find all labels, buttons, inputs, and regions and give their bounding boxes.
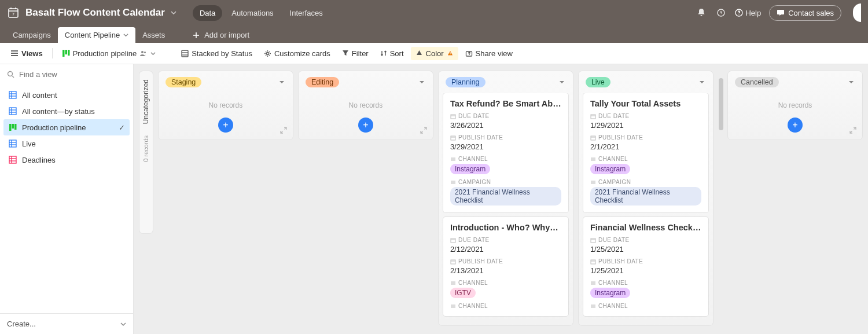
field-label-channel: CHANNEL [590,303,701,309]
sidebar-view-item[interactable]: All content [3,87,130,103]
nav-automations[interactable]: Automations [225,5,280,21]
field-label-due: DUE DATE [450,237,561,243]
nav-interfaces[interactable]: Interfaces [283,5,330,21]
sidebar-view-item[interactable]: Production pipeline✓ [3,119,130,135]
color-label: Color [426,49,444,58]
field-label-due: DUE DATE [450,113,561,119]
field-value-due: 1/29/2021 [590,121,701,130]
help-link[interactable]: Help [735,9,761,17]
uncategorized-column[interactable]: Uncategorized 0 records [139,71,153,233]
card-title: Tax Refund? Be Smart Abo... [450,99,561,108]
expand-icon[interactable] [280,127,287,134]
field-value-publish: 2/1/2021 [590,142,701,151]
svg-point-21 [266,52,269,54]
app-icon: 7 [7,6,20,19]
sort-button[interactable]: Sort [376,47,409,60]
current-view-label: Production pipeline [73,49,137,58]
svg-rect-64 [591,115,595,119]
field-label-channel: CHANNEL [590,280,701,286]
view-icon [8,123,17,132]
expand-icon[interactable] [849,127,856,134]
field-value-due: 2/12/2021 [450,245,561,254]
status-pill: Live [586,77,610,87]
tab-campaigns[interactable]: Campaigns [6,27,58,43]
field-label-publish: PUBLISH DATE [450,134,561,141]
status-pill: Editing [306,77,339,87]
view-sidebar: All contentAll content—by statusProducti… [0,64,134,334]
sidebar-view-item[interactable]: Deadlines [3,152,130,168]
svg-rect-18 [182,50,188,57]
column-menu[interactable] [418,78,426,86]
field-value-channel: Instagram [450,164,561,174]
svg-text:7: 7 [12,12,15,17]
chevron-down-icon[interactable] [171,10,176,16]
svg-rect-74 [591,238,595,243]
column-menu[interactable] [278,78,286,86]
create-view-button[interactable]: Create... [0,313,133,334]
field-value-publish: 3/29/2021 [450,142,561,151]
card-title: Introduction - Who? Why?... [450,223,561,232]
tab-content-pipeline[interactable]: Content Pipeline [58,27,135,43]
customize-cards-button[interactable]: Customize cards [259,47,335,60]
add-or-import-button[interactable]: Add or import [186,27,256,43]
no-records-label: No records [728,93,862,114]
find-view-input[interactable] [19,70,126,79]
views-toggle[interactable]: Views [6,47,47,60]
field-value-channel: Instagram [590,164,701,174]
field-value-due: 3/26/2021 [450,121,561,130]
status-pill: Staging [165,77,201,87]
add-record-button[interactable]: + [218,118,233,133]
svg-rect-44 [451,115,455,119]
people-icon [139,50,148,57]
notifications-icon[interactable] [696,7,707,19]
svg-rect-54 [451,238,455,243]
record-card[interactable]: Introduction - Who? Why?...DUE DATE2/12/… [443,217,568,316]
search-icon [7,71,14,78]
record-card[interactable]: Tally Your Total AssetsDUE DATE1/29/2021… [583,93,708,212]
contact-label: Contact sales [788,9,834,17]
tab-more[interactable] [172,30,186,43]
current-view-picker[interactable]: Production pipeline [57,47,161,60]
record-card[interactable]: Financial Wellness Checklis...DUE DATE1/… [583,217,708,316]
board-scrollbar[interactable] [719,78,722,327]
add-record-button[interactable]: + [788,118,803,133]
stacked-by-button[interactable]: Stacked by Status [176,47,257,60]
expand-icon[interactable] [420,127,427,134]
kanban-column: StagingNo records+ [159,71,293,140]
svg-rect-66 [591,136,595,140]
add-label: Add or import [204,31,249,39]
column-menu[interactable] [847,78,855,86]
avatar[interactable] [853,3,861,22]
column-menu[interactable] [558,78,566,86]
filter-button[interactable]: Filter [337,47,373,60]
history-icon[interactable] [715,7,727,19]
tab-assets[interactable]: Assets [135,27,172,43]
contact-sales-button[interactable]: Contact sales [769,5,841,21]
share-label: Share view [476,49,513,58]
column-footer: + [728,114,862,140]
svg-point-17 [144,52,146,53]
column-header: Planning [439,71,573,93]
view-toolbar: Views Production pipeline Stacked by Sta… [0,43,868,64]
view-label: Live [22,140,36,148]
create-label: Create... [7,320,36,328]
sidebar-view-item[interactable]: Live [3,135,130,152]
svg-rect-36 [9,140,16,147]
svg-line-24 [12,76,14,78]
share-view-button[interactable]: Share view [461,47,517,60]
column-header: Staging [159,71,293,93]
sidebar-view-item[interactable]: All content—by status [3,103,130,119]
color-button[interactable]: Color [411,47,458,60]
views-label: Views [21,49,43,58]
add-record-button[interactable]: + [358,118,373,133]
scrollbar-thumb[interactable] [719,78,723,130]
field-value-channel: IGTV [450,288,561,298]
no-records-label: No records [159,93,293,114]
find-view-row [0,64,133,85]
svg-rect-25 [9,91,16,98]
column-menu[interactable] [698,78,706,86]
nav-data[interactable]: Data [193,5,222,21]
view-icon [8,139,17,148]
kanban-icon [62,49,70,57]
record-card[interactable]: Tax Refund? Be Smart Abo...DUE DATE3/26/… [443,93,568,212]
